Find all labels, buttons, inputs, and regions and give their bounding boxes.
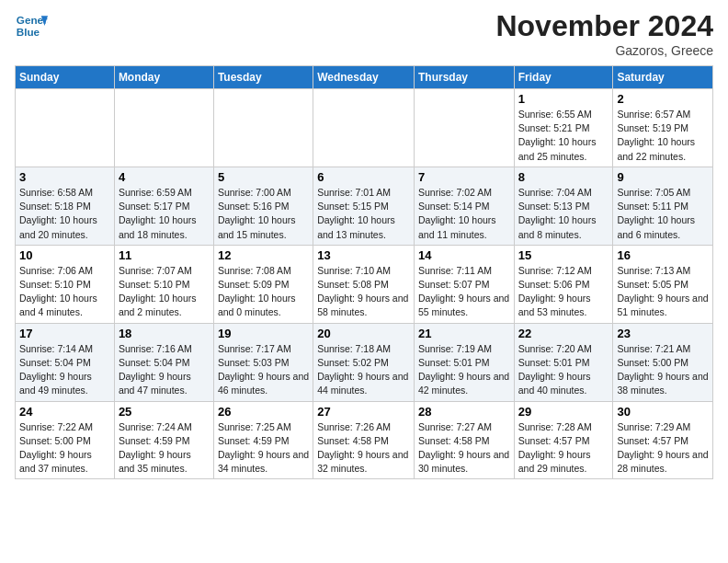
- calendar-cell: 16Sunrise: 7:13 AMSunset: 5:05 PMDayligh…: [613, 245, 713, 323]
- calendar-cell: 8Sunrise: 7:04 AMSunset: 5:13 PMDaylight…: [514, 167, 613, 245]
- day-number: 25: [119, 405, 210, 419]
- day-number: 22: [518, 327, 609, 340]
- day-info: Sunrise: 7:12 AMSunset: 5:06 PMDaylight:…: [518, 264, 609, 320]
- day-info: Sunrise: 6:58 AMSunset: 5:18 PMDaylight:…: [19, 186, 110, 242]
- calendar-cell: 19Sunrise: 7:17 AMSunset: 5:03 PMDayligh…: [213, 323, 313, 401]
- day-info: Sunrise: 7:16 AMSunset: 5:04 PMDaylight:…: [119, 342, 210, 398]
- day-info: Sunrise: 7:08 AMSunset: 5:09 PMDaylight:…: [218, 264, 309, 320]
- day-number: 9: [617, 170, 709, 184]
- logo: General Blue: [15, 9, 48, 42]
- day-number: 13: [317, 248, 410, 262]
- day-info: Sunrise: 7:01 AMSunset: 5:15 PMDaylight:…: [317, 186, 410, 242]
- day-number: 11: [119, 248, 210, 262]
- calendar-cell: 24Sunrise: 7:22 AMSunset: 5:00 PMDayligh…: [16, 401, 115, 479]
- day-info: Sunrise: 7:26 AMSunset: 4:58 PMDaylight:…: [317, 420, 410, 477]
- day-number: 18: [119, 327, 210, 340]
- day-info: Sunrise: 7:22 AMSunset: 5:00 PMDaylight:…: [19, 420, 110, 477]
- day-info: Sunrise: 7:02 AMSunset: 5:14 PMDaylight:…: [418, 186, 510, 242]
- calendar-week-4: 17Sunrise: 7:14 AMSunset: 5:04 PMDayligh…: [16, 323, 713, 401]
- day-number: 27: [317, 405, 410, 419]
- day-info: Sunrise: 7:28 AMSunset: 4:57 PMDaylight:…: [518, 420, 609, 477]
- day-number: 1: [518, 92, 609, 106]
- day-info: Sunrise: 7:27 AMSunset: 4:58 PMDaylight:…: [418, 420, 510, 477]
- calendar-cell: 3Sunrise: 6:58 AMSunset: 5:18 PMDaylight…: [16, 167, 115, 245]
- calendar-cell: 30Sunrise: 7:29 AMSunset: 4:57 PMDayligh…: [613, 401, 713, 479]
- day-info: Sunrise: 7:24 AMSunset: 4:59 PMDaylight:…: [119, 420, 210, 477]
- day-number: 6: [317, 170, 410, 184]
- day-number: 26: [218, 405, 309, 419]
- calendar-cell: 29Sunrise: 7:28 AMSunset: 4:57 PMDayligh…: [514, 401, 613, 479]
- day-info: Sunrise: 7:25 AMSunset: 4:59 PMDaylight:…: [218, 420, 309, 477]
- day-info: Sunrise: 7:21 AMSunset: 5:00 PMDaylight:…: [617, 342, 709, 398]
- title-block: November 2024 Gazoros, Greece: [495, 9, 713, 58]
- day-number: 29: [518, 405, 609, 419]
- day-number: 21: [418, 327, 510, 340]
- day-info: Sunrise: 7:00 AMSunset: 5:16 PMDaylight:…: [218, 186, 309, 242]
- calendar-header-friday: Friday: [514, 66, 613, 89]
- calendar-cell: 20Sunrise: 7:18 AMSunset: 5:02 PMDayligh…: [313, 323, 415, 401]
- calendar-cell: [213, 89, 313, 167]
- day-number: 8: [518, 170, 609, 184]
- day-number: 30: [617, 405, 709, 419]
- day-number: 28: [418, 405, 510, 419]
- calendar-cell: 12Sunrise: 7:08 AMSunset: 5:09 PMDayligh…: [213, 245, 313, 323]
- day-number: 14: [418, 248, 510, 262]
- day-info: Sunrise: 7:17 AMSunset: 5:03 PMDaylight:…: [218, 342, 309, 398]
- day-info: Sunrise: 6:59 AMSunset: 5:17 PMDaylight:…: [119, 186, 210, 242]
- day-number: 23: [617, 327, 709, 340]
- calendar-cell: [16, 89, 115, 167]
- calendar-cell: 23Sunrise: 7:21 AMSunset: 5:00 PMDayligh…: [613, 323, 713, 401]
- calendar-cell: 7Sunrise: 7:02 AMSunset: 5:14 PMDaylight…: [414, 167, 514, 245]
- location: Gazoros, Greece: [495, 43, 713, 58]
- calendar-cell: [114, 89, 213, 167]
- day-info: Sunrise: 7:13 AMSunset: 5:05 PMDaylight:…: [617, 264, 709, 320]
- calendar-cell: 28Sunrise: 7:27 AMSunset: 4:58 PMDayligh…: [414, 401, 514, 479]
- day-number: 20: [317, 327, 410, 340]
- calendar-header-row: SundayMondayTuesdayWednesdayThursdayFrid…: [16, 66, 713, 89]
- day-info: Sunrise: 7:05 AMSunset: 5:11 PMDaylight:…: [617, 186, 709, 242]
- calendar-week-1: 1Sunrise: 6:55 AMSunset: 5:21 PMDaylight…: [16, 89, 713, 167]
- logo-icon: General Blue: [15, 9, 48, 42]
- calendar-cell: 18Sunrise: 7:16 AMSunset: 5:04 PMDayligh…: [114, 323, 213, 401]
- calendar-cell: 14Sunrise: 7:11 AMSunset: 5:07 PMDayligh…: [414, 245, 514, 323]
- day-info: Sunrise: 7:19 AMSunset: 5:01 PMDaylight:…: [418, 342, 510, 398]
- calendar-cell: 21Sunrise: 7:19 AMSunset: 5:01 PMDayligh…: [414, 323, 514, 401]
- calendar-cell: 22Sunrise: 7:20 AMSunset: 5:01 PMDayligh…: [514, 323, 613, 401]
- day-info: Sunrise: 7:29 AMSunset: 4:57 PMDaylight:…: [617, 420, 709, 477]
- calendar-cell: 5Sunrise: 7:00 AMSunset: 5:16 PMDaylight…: [213, 167, 313, 245]
- page: General Blue November 2024 Gazoros, Gree…: [0, 0, 728, 494]
- calendar-cell: 1Sunrise: 6:55 AMSunset: 5:21 PMDaylight…: [514, 89, 613, 167]
- calendar-cell: 27Sunrise: 7:26 AMSunset: 4:58 PMDayligh…: [313, 401, 415, 479]
- day-info: Sunrise: 7:20 AMSunset: 5:01 PMDaylight:…: [518, 342, 609, 398]
- calendar-cell: [313, 89, 415, 167]
- calendar-cell: 4Sunrise: 6:59 AMSunset: 5:17 PMDaylight…: [114, 167, 213, 245]
- calendar-cell: 26Sunrise: 7:25 AMSunset: 4:59 PMDayligh…: [213, 401, 313, 479]
- calendar-week-3: 10Sunrise: 7:06 AMSunset: 5:10 PMDayligh…: [16, 245, 713, 323]
- day-number: 7: [418, 170, 510, 184]
- day-info: Sunrise: 6:55 AMSunset: 5:21 PMDaylight:…: [518, 108, 609, 164]
- day-info: Sunrise: 7:18 AMSunset: 5:02 PMDaylight:…: [317, 342, 410, 398]
- calendar-cell: 2Sunrise: 6:57 AMSunset: 5:19 PMDaylight…: [613, 89, 713, 167]
- day-number: 10: [19, 248, 110, 262]
- day-number: 24: [19, 405, 110, 419]
- calendar-week-5: 24Sunrise: 7:22 AMSunset: 5:00 PMDayligh…: [16, 401, 713, 479]
- calendar-header-thursday: Thursday: [414, 66, 514, 89]
- calendar-cell: [414, 89, 514, 167]
- calendar-cell: 11Sunrise: 7:07 AMSunset: 5:10 PMDayligh…: [114, 245, 213, 323]
- day-number: 19: [218, 327, 309, 340]
- calendar-header-monday: Monday: [114, 66, 213, 89]
- day-info: Sunrise: 7:04 AMSunset: 5:13 PMDaylight:…: [518, 186, 609, 242]
- day-info: Sunrise: 7:06 AMSunset: 5:10 PMDaylight:…: [19, 264, 110, 320]
- day-info: Sunrise: 7:10 AMSunset: 5:08 PMDaylight:…: [317, 264, 410, 320]
- day-number: 12: [218, 248, 309, 262]
- calendar-cell: 15Sunrise: 7:12 AMSunset: 5:06 PMDayligh…: [514, 245, 613, 323]
- calendar-header-wednesday: Wednesday: [313, 66, 415, 89]
- day-number: 4: [119, 170, 210, 184]
- calendar-cell: 6Sunrise: 7:01 AMSunset: 5:15 PMDaylight…: [313, 167, 415, 245]
- day-number: 17: [19, 327, 110, 340]
- calendar-header-saturday: Saturday: [613, 66, 713, 89]
- day-info: Sunrise: 7:07 AMSunset: 5:10 PMDaylight:…: [119, 264, 210, 320]
- month-title: November 2024: [495, 9, 713, 43]
- day-number: 16: [617, 248, 709, 262]
- day-number: 3: [19, 170, 110, 184]
